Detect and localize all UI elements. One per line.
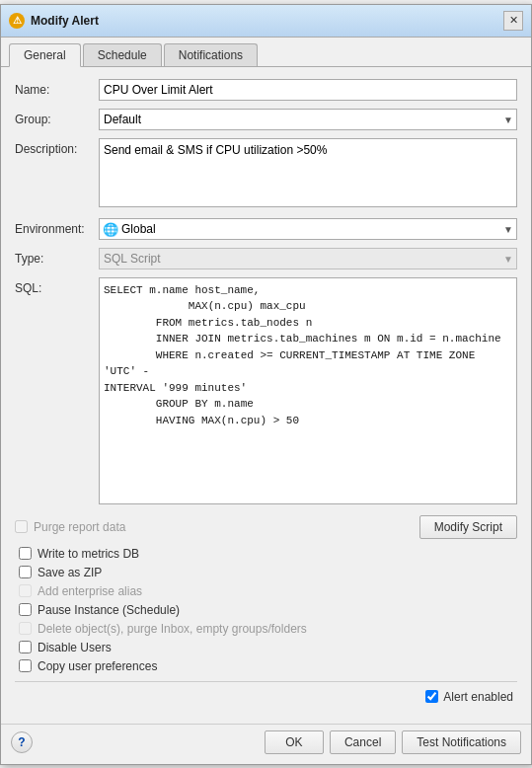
close-button[interactable]: ✕ — [503, 11, 523, 31]
write-to-metrics-label: Write to metrics DB — [38, 547, 139, 561]
pause-instance-checkbox[interactable] — [19, 603, 32, 616]
alert-enabled-checkbox[interactable] — [425, 690, 438, 703]
environment-row: Environment: 🌐 Global ▼ — [15, 218, 517, 240]
sql-row: SQL: — [15, 277, 517, 507]
test-notifications-button[interactable]: Test Notifications — [402, 730, 521, 754]
disable-users-checkbox[interactable] — [19, 641, 32, 653]
copy-user-prefs-checkbox[interactable] — [19, 659, 32, 672]
cancel-button[interactable]: Cancel — [330, 730, 396, 754]
save-as-zip-label: Save as ZIP — [38, 566, 102, 579]
type-select-wrap: SQL Script ▼ — [99, 248, 517, 269]
type-select[interactable]: SQL Script — [99, 248, 517, 269]
type-dropdown-wrap: SQL Script ▼ — [99, 248, 517, 269]
write-to-metrics-checkbox[interactable] — [19, 547, 32, 560]
group-dropdown-wrap: Default ▼ — [99, 109, 517, 130]
group-select[interactable]: Default — [99, 109, 517, 130]
purge-checkbox-wrap: Purge report data — [15, 520, 125, 534]
environment-select[interactable]: Global — [99, 218, 517, 240]
add-enterprise-alias-row: Add enterprise alias — [15, 584, 517, 598]
environment-select-wrap: 🌐 Global ▼ — [99, 218, 517, 240]
help-button[interactable]: ? — [11, 731, 33, 753]
group-row: Group: Default ▼ — [15, 109, 517, 130]
tab-notifications[interactable]: Notifications — [164, 43, 258, 66]
pause-instance-label: Pause Instance (Schedule) — [38, 603, 180, 617]
copy-user-prefs-row: Copy user preferences — [15, 659, 517, 673]
checkboxes-section: Write to metrics DB Save as ZIP Add ente… — [15, 547, 517, 673]
sql-input-wrap — [99, 277, 517, 507]
pause-instance-row: Pause Instance (Schedule) — [15, 603, 517, 617]
group-select-wrap: Default ▼ — [99, 109, 517, 130]
tab-general[interactable]: General — [9, 43, 81, 67]
name-input-wrap — [99, 79, 517, 101]
description-input[interactable] — [99, 138, 517, 207]
group-label: Group: — [15, 109, 99, 126]
purge-report-data-checkbox[interactable] — [15, 520, 28, 533]
globe-icon: 🌐 — [103, 221, 118, 236]
add-enterprise-alias-checkbox[interactable] — [19, 584, 32, 597]
modify-alert-window: ⚠ Modify Alert ✕ General Schedule Notifi… — [0, 4, 532, 765]
purge-report-data-label: Purge report data — [34, 520, 125, 534]
disable-users-label: Disable Users — [38, 641, 112, 654]
sql-label: SQL: — [15, 277, 99, 295]
save-as-zip-checkbox[interactable] — [19, 566, 32, 578]
window-title: Modify Alert — [31, 14, 99, 28]
delete-objects-label: Delete object(s), purge Inbox, empty gro… — [38, 622, 307, 636]
type-row: Type: SQL Script ▼ — [15, 248, 517, 269]
footer-left: ? — [11, 731, 259, 753]
title-bar-left: ⚠ Modify Alert — [9, 13, 99, 29]
alert-enabled-row: Alert enabled — [15, 690, 517, 704]
title-bar: ⚠ Modify Alert ✕ — [1, 5, 531, 38]
alert-enabled-label: Alert enabled — [443, 690, 513, 704]
tab-schedule[interactable]: Schedule — [83, 43, 162, 66]
sql-input[interactable] — [99, 277, 517, 504]
disable-users-row: Disable Users — [15, 641, 517, 654]
description-row: Description: — [15, 138, 517, 210]
type-label: Type: — [15, 248, 99, 266]
environment-label: Environment: — [15, 218, 99, 236]
alert-icon: ⚠ — [9, 13, 25, 29]
delete-objects-row: Delete object(s), purge Inbox, empty gro… — [15, 622, 517, 636]
copy-user-prefs-label: Copy user preferences — [38, 659, 157, 673]
delete-objects-checkbox[interactable] — [19, 622, 32, 635]
description-label: Description: — [15, 138, 99, 156]
purge-row: Purge report data Modify Script — [15, 515, 517, 539]
tab-bar: General Schedule Notifications — [1, 38, 531, 67]
name-input[interactable] — [99, 79, 517, 101]
footer-buttons: ? OK Cancel Test Notifications — [1, 724, 531, 764]
write-to-metrics-row: Write to metrics DB — [15, 547, 517, 561]
name-label: Name: — [15, 79, 99, 97]
divider — [15, 681, 517, 682]
ok-button[interactable]: OK — [265, 730, 324, 754]
name-row: Name: — [15, 79, 517, 101]
general-tab-content: Name: Group: Default ▼ Description: — [1, 67, 531, 724]
description-input-wrap — [99, 138, 517, 210]
save-as-zip-row: Save as ZIP — [15, 566, 517, 579]
modify-script-button[interactable]: Modify Script — [419, 515, 517, 539]
add-enterprise-alias-label: Add enterprise alias — [38, 584, 142, 598]
environment-dropdown-wrap: 🌐 Global ▼ — [99, 218, 517, 240]
